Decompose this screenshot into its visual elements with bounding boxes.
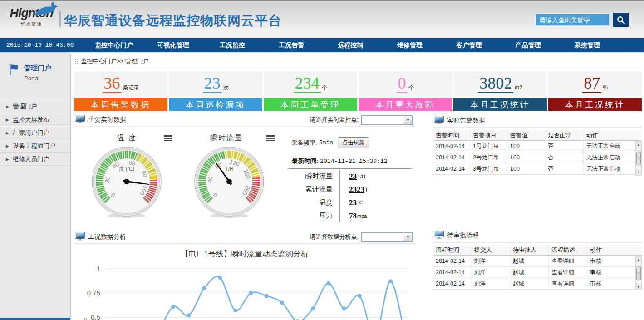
- column-header: 动作: [587, 245, 634, 255]
- svg-text:度 (℃): 度 (℃): [119, 166, 134, 172]
- nav-item-3[interactable]: 工况告警: [262, 38, 321, 52]
- stat-unit: 次: [223, 84, 229, 92]
- stat-card-1[interactable]: 23次本周巡检漏项: [169, 71, 262, 111]
- search-input[interactable]: [536, 14, 610, 26]
- table-cell: 100: [507, 141, 545, 152]
- table-cell: 1号龙门吊: [470, 141, 507, 152]
- table-row: 2014-02-141号龙门吊100否无法正常启动: [433, 141, 642, 152]
- dashboard-page: Hignton 华辰智通 华辰智通设备远程监控物联网云平台 2015-10-19…: [0, 0, 644, 320]
- stat-card-2[interactable]: 234个本周工单受理: [264, 71, 357, 111]
- gauge-menu-icon[interactable]: [266, 135, 275, 142]
- nav-item-4[interactable]: 远程控制: [321, 38, 380, 52]
- temperature-gauge: 020406080100度 (℃): [90, 146, 163, 219]
- monitor-icon: [75, 232, 85, 242]
- nav-item-7[interactable]: 产品管理: [498, 38, 557, 52]
- vertical-scrollbar[interactable]: ▲≡▼: [635, 256, 642, 290]
- table-row: 2014-02-143号龙门吊100否无法正常启动: [433, 163, 642, 175]
- stat-card-4[interactable]: 3802m2本月工况统计: [453, 71, 547, 111]
- table-cell: 2014-02-14: [433, 141, 470, 152]
- sidebar-item-2[interactable]: ▶厂家用户门户: [0, 126, 70, 139]
- table-cell: 否: [545, 163, 584, 174]
- stat-card-3[interactable]: 0个本月重大故障: [359, 71, 452, 111]
- column-header: 动作: [584, 130, 634, 140]
- table-cell: 2号龙门吊: [470, 152, 507, 163]
- sidebar-item-3[interactable]: ▶设备工程师门户: [0, 139, 70, 153]
- nav-item-1[interactable]: 可视化管理: [143, 38, 202, 52]
- main-content: 监控中心门户>> 管理门户 36条记录本周告警数据23次本周巡检漏项234个本周…: [71, 53, 644, 320]
- stat-value: 0: [397, 75, 408, 93]
- reading-number: 78: [349, 212, 357, 221]
- stat-unit: 条记录: [123, 84, 139, 92]
- clock: 2015-10-19 10:43:06: [6, 42, 74, 49]
- flag-icon: [8, 64, 19, 76]
- stat-label: 本周工单受理: [264, 98, 357, 111]
- vertical-scrollbar[interactable]: ▲≡▼: [635, 141, 642, 176]
- nav-item-2[interactable]: 工况监控: [203, 38, 262, 52]
- stat-value-area: 0个: [359, 71, 452, 97]
- reading-row: 压力78mpa: [280, 209, 413, 222]
- reading-value: 23℃: [339, 196, 363, 209]
- table-cell[interactable]: 查看详细: [549, 267, 587, 278]
- gauge-menu-icon[interactable]: [164, 135, 172, 142]
- sidebar-footer-bar: [0, 318, 70, 320]
- table-cell[interactable]: 查看详细: [549, 256, 587, 266]
- table-row: 2014-02-14刘洋赵城查看详细审核: [433, 267, 642, 278]
- scroll-down-arrow[interactable]: ▼: [636, 284, 641, 290]
- refresh-button[interactable]: 点击刷新: [338, 137, 369, 148]
- triangle-icon: ▶: [6, 127, 9, 139]
- scroll-up-arrow[interactable]: ▲: [636, 142, 641, 148]
- table-cell: 无法正常启动: [584, 163, 634, 174]
- svg-text:0.75: 0.75: [87, 289, 100, 297]
- stat-label: 本月工况统计: [453, 98, 547, 111]
- scroll-up-arrow[interactable]: ▲: [636, 256, 641, 262]
- nav-item-5[interactable]: 维修管理: [380, 38, 439, 52]
- reading-unit: T/H: [357, 174, 365, 179]
- stat-value: 234: [294, 75, 321, 93]
- sidebar-item-1[interactable]: ▶监控大屏发布: [0, 113, 70, 126]
- stat-label: 本周告警数据: [74, 98, 167, 111]
- sidebar-item-0[interactable]: ▶管理门户: [0, 100, 70, 113]
- chevron-down-icon: ▼: [404, 233, 412, 241]
- table-cell: 2014-02-14: [433, 163, 470, 174]
- monitor-icon: [434, 231, 444, 241]
- stat-value-area: 3802m2: [453, 71, 547, 97]
- nav-item-8[interactable]: 系统管理: [558, 38, 617, 52]
- reading-row: 瞬时流量23T/H: [280, 170, 413, 183]
- portal-subtitle: Portal: [24, 75, 51, 82]
- monitor-point-select[interactable]: ▼: [361, 115, 413, 125]
- table-cell: 赵城: [510, 267, 549, 278]
- realtime-panel-header: 重要实时数据 请选择实时监控点: ▼: [74, 113, 415, 127]
- app-header: Hignton 华辰智通 华辰智通设备远程监控物联网云平台: [0, 0, 644, 38]
- column-header: 待审批人: [510, 245, 549, 255]
- nav-item-6[interactable]: 客户管理: [439, 38, 498, 52]
- logo-divider: [59, 11, 61, 27]
- scrollbar-thumb[interactable]: ≡: [636, 266, 641, 280]
- table-cell[interactable]: 审核: [587, 256, 634, 266]
- scrollbar-thumb[interactable]: ≡: [636, 152, 641, 165]
- search-icon: [616, 15, 625, 25]
- table-cell: 刘洋: [472, 256, 510, 266]
- nav-item-0[interactable]: 监控中心门户: [84, 38, 143, 52]
- breadcrumb-text: 监控中心门户>> 管理门户: [81, 57, 149, 65]
- table-cell[interactable]: 审核: [587, 267, 634, 278]
- table-row: 2014-02-14刘洋赵城查看详细审核: [433, 278, 642, 290]
- main-nav: 2015-10-19 10:43:06 监控中心门户可视化管理工况监控工况告警远…: [0, 38, 644, 52]
- sidebar-item-4[interactable]: ▶维修人员门户: [0, 153, 70, 166]
- breadcrumb-icon: [75, 59, 78, 64]
- column-header: 流程描述: [549, 245, 587, 255]
- svg-text:0.5: 0.5: [91, 313, 100, 320]
- analysis-point-select[interactable]: ▼: [361, 232, 413, 242]
- stat-card-0[interactable]: 36条记录本周告警数据: [74, 71, 167, 111]
- search-button[interactable]: [613, 13, 629, 27]
- table-cell[interactable]: 查看详细: [549, 278, 587, 289]
- table-cell[interactable]: 审核: [587, 278, 634, 289]
- table-cell: 2014-02-14: [433, 278, 472, 289]
- table-cell: 2014-02-14: [433, 152, 470, 163]
- stat-unit: 个: [322, 84, 328, 92]
- stat-value: 3802: [478, 75, 513, 93]
- stat-card-5[interactable]: 87%本月工况统计: [548, 71, 642, 111]
- flow-line-chart: 00.250.50.751value: [74, 259, 414, 320]
- approval-panel: 待审批流程 流程时间提交人待审批人流程描述动作2014-02-14刘洋赵城查看详…: [433, 229, 642, 320]
- gauge-temperature-title: 温度: [117, 133, 140, 143]
- scroll-down-arrow[interactable]: ▼: [636, 169, 641, 175]
